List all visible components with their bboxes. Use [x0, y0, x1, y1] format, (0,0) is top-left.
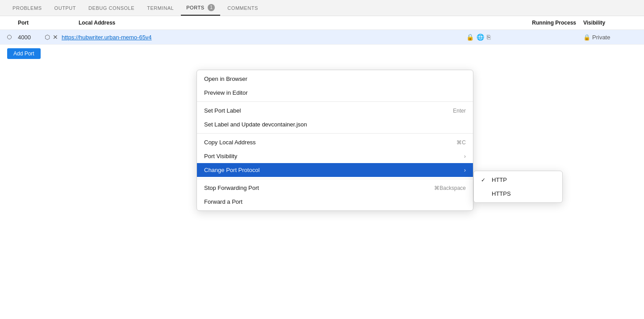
submenu-http[interactable]: ✓ HTTP	[474, 173, 562, 187]
menu-set-label-update[interactable]: Set Label and Update devcontainer.json	[197, 118, 473, 131]
lock-icon[interactable]: 🔒	[466, 34, 474, 41]
col-header-running: Running Process	[494, 20, 583, 26]
chevron-right-icon: ›	[464, 153, 466, 160]
port-row: 4000 ⬡ ✕ https://hubwriter.urban-memo-65…	[0, 30, 644, 45]
menu-forward-port[interactable]: Forward a Port	[197, 195, 473, 209]
ports-panel: Port Local Address Running Process Visib…	[0, 16, 644, 319]
submenu-protocol: ✓ HTTP HTTPS	[473, 171, 563, 203]
port-actions: ⬡ ✕	[45, 34, 58, 41]
tab-ports[interactable]: PORTS 1	[181, 0, 220, 16]
context-menu: Open in Browser Preview in Editor Set Po…	[197, 70, 473, 211]
col-header-visibility: Visibility	[583, 20, 637, 26]
col-header-port: Port	[7, 20, 79, 26]
close-icon[interactable]: ✕	[53, 34, 58, 41]
visibility-value: 🔒 Private	[583, 34, 637, 41]
tab-output[interactable]: OUTPUT	[49, 2, 82, 14]
menu-divider-3	[197, 179, 473, 179]
globe-icon[interactable]: 🌐	[477, 34, 484, 41]
col-header-address: Local Address	[79, 20, 494, 26]
add-port-row: Add Port	[0, 45, 644, 63]
tab-problems[interactable]: PROBLEMS	[7, 2, 47, 14]
tab-bar: PROBLEMS OUTPUT DEBUG CONSOLE TERMINAL P…	[0, 0, 644, 16]
menu-set-port-label[interactable]: Set Port Label Enter	[197, 104, 473, 118]
menu-port-visibility[interactable]: Port Visibility ›	[197, 149, 473, 163]
lock-small-icon: 🔒	[583, 34, 590, 41]
tab-terminal[interactable]: TERMINAL	[142, 2, 179, 14]
menu-stop-forwarding[interactable]: Stop Forwarding Port ⌘Backspace	[197, 181, 473, 195]
check-icon: ✓	[481, 177, 488, 183]
port-status-circle	[7, 35, 12, 39]
column-headers: Port Local Address Running Process Visib…	[0, 16, 644, 30]
menu-divider-2	[197, 133, 473, 134]
port-icons: 🔒 🌐 ⎘	[466, 34, 490, 41]
tag-icon[interactable]: ⬡	[45, 34, 50, 41]
menu-preview-editor[interactable]: Preview in Editor	[197, 86, 473, 100]
tab-debug-console[interactable]: DEBUG CONSOLE	[83, 2, 140, 14]
add-port-button[interactable]: Add Port	[7, 48, 41, 59]
submenu-https[interactable]: HTTPS	[474, 187, 562, 201]
ports-badge: 1	[208, 4, 215, 11]
menu-change-port-protocol[interactable]: Change Port Protocol ›	[197, 163, 473, 177]
copy-icon[interactable]: ⎘	[487, 34, 490, 41]
port-number: 4000	[18, 34, 45, 41]
chevron-right-icon-active: ›	[464, 167, 466, 173]
port-address[interactable]: https://hubwriter.urban-memo-65v4	[62, 34, 466, 41]
tab-comments[interactable]: COMMENTS	[222, 2, 263, 14]
menu-open-browser[interactable]: Open in Browser	[197, 72, 473, 86]
menu-divider-1	[197, 101, 473, 102]
menu-copy-local-address[interactable]: Copy Local Address ⌘C	[197, 135, 473, 149]
